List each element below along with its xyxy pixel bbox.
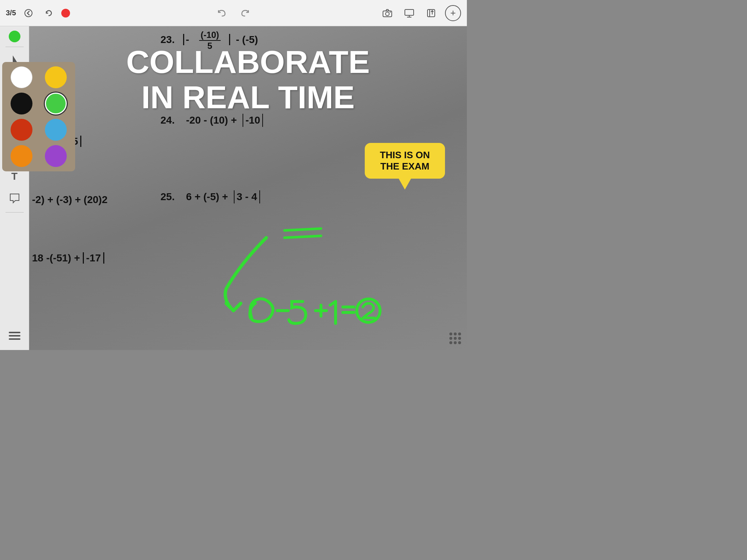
- toolbar-right: +: [379, 5, 461, 21]
- problem-partial-bottom: 18 -(-51) + -17: [29, 252, 104, 264]
- sidebar-divider-3: [5, 212, 24, 213]
- svg-point-0: [25, 9, 32, 17]
- dots-grid: [449, 332, 461, 344]
- hamburger-line-3: [9, 338, 20, 340]
- dot-1: [449, 332, 452, 335]
- fraction-neg10-5: (-10) 5: [199, 30, 221, 51]
- color-black[interactable]: [11, 93, 32, 114]
- refresh-icon: [45, 9, 53, 17]
- problem-25: 25. 6 + (-5) + 3 - 4: [160, 190, 260, 203]
- svg-point-2: [386, 12, 389, 16]
- problem-partial-left2: -2) + (-3) + (20)2: [29, 194, 108, 206]
- svg-rect-7: [427, 9, 435, 17]
- problem-23-label: 23.: [160, 34, 180, 45]
- speech-bubble: THIS IS ON THE EXAM: [365, 143, 445, 179]
- dot-7: [449, 341, 452, 344]
- dot-5: [454, 337, 457, 340]
- color-white[interactable]: [11, 66, 32, 88]
- camera-icon: [382, 9, 392, 18]
- problem-24: 24. -20 - (10) + -10: [160, 114, 263, 127]
- refresh-button[interactable]: [41, 5, 57, 21]
- svg-rect-4: [405, 9, 414, 15]
- dot-8: [454, 341, 457, 344]
- export-icon: [426, 8, 436, 18]
- page-counter: 3/5: [6, 9, 16, 17]
- problem-23-bar1: -: [183, 34, 189, 45]
- comment-tool[interactable]: [4, 189, 26, 208]
- dot-4: [449, 337, 452, 340]
- present-icon: [404, 9, 414, 18]
- color-purple[interactable]: [45, 145, 67, 167]
- toolbar-center: [214, 5, 253, 21]
- menu-button[interactable]: [6, 329, 23, 343]
- color-cyan[interactable]: [45, 119, 67, 141]
- back-icon: [24, 9, 32, 17]
- color-green[interactable]: [45, 93, 67, 114]
- add-button[interactable]: +: [445, 5, 461, 21]
- abs-val-3minus4: 3 - 4: [234, 190, 260, 203]
- problem-24-label: 24. -20 - (10) +: [160, 114, 240, 126]
- color-picker-palette: [2, 62, 75, 171]
- dot-6: [458, 337, 461, 340]
- problem-25-label: 25. 6 + (-5) +: [160, 191, 231, 202]
- abs-val-neg10: -10: [243, 114, 263, 127]
- color-yellow[interactable]: [45, 66, 67, 88]
- problem-23-bar2: [225, 34, 230, 45]
- hamburger-line-2: [9, 335, 20, 337]
- redo-icon: [240, 9, 250, 17]
- undo-button[interactable]: [214, 5, 230, 21]
- hamburger-line-1: [9, 332, 20, 333]
- camera-button[interactable]: [379, 5, 395, 21]
- speech-bubble-text: THIS IS ON THE EXAM: [374, 149, 436, 172]
- toolbar-left: 3/5: [6, 5, 379, 21]
- present-button[interactable]: [401, 5, 417, 21]
- canvas-area[interactable]: COLLABORATE IN REAL TIME 23. - (-10) 5 -…: [29, 26, 467, 350]
- dot-3: [458, 332, 461, 335]
- export-button[interactable]: [423, 5, 439, 21]
- problem-23: 23. - (-10) 5 - (-5): [160, 30, 258, 51]
- svg-point-3: [390, 11, 391, 12]
- dot-2: [454, 332, 457, 335]
- back-button[interactable]: [20, 5, 36, 21]
- comment-icon: [9, 192, 20, 204]
- top-toolbar: 3/5: [0, 0, 467, 26]
- redo-button[interactable]: [237, 5, 253, 21]
- color-orange[interactable]: [11, 145, 32, 167]
- undo-icon: [217, 9, 227, 17]
- color-red[interactable]: [11, 119, 32, 141]
- sidebar-divider-1: [5, 47, 24, 47]
- dot-9: [458, 341, 461, 344]
- record-button[interactable]: [61, 9, 70, 18]
- current-color-dot[interactable]: [9, 31, 20, 42]
